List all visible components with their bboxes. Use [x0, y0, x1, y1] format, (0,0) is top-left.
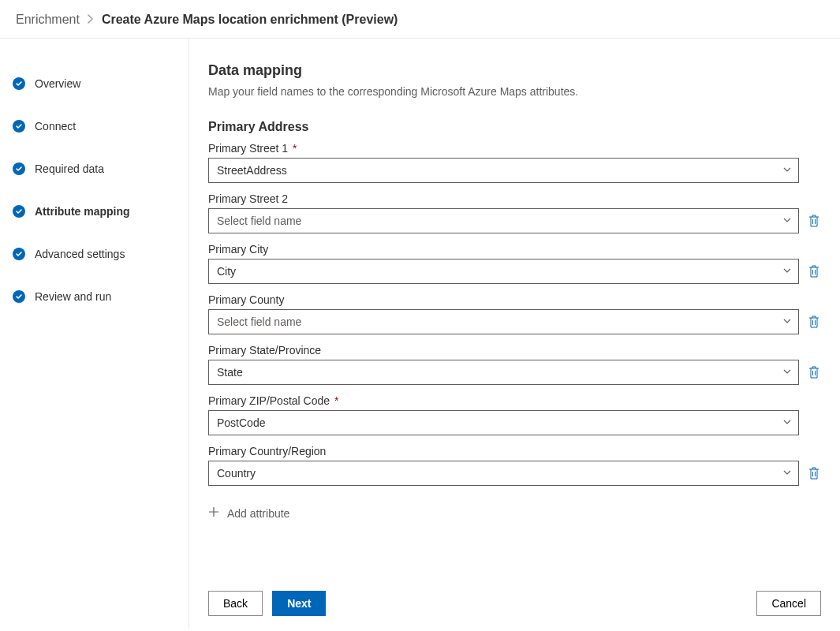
breadcrumb-current: Create Azure Maps location enrichment (P… [102, 13, 398, 27]
trash-icon [808, 316, 819, 328]
field-select[interactable]: PostCode [208, 410, 799, 435]
step-complete-icon [13, 120, 25, 133]
trash-icon [808, 366, 819, 379]
chevron-right-icon [88, 14, 94, 26]
field-select[interactable]: Select field name [208, 208, 799, 233]
field-row: Primary Country/RegionCountry [208, 445, 821, 486]
chevron-down-icon [782, 265, 792, 278]
step-complete-icon [13, 77, 25, 90]
chevron-down-icon [782, 416, 792, 429]
page-description: Map your field names to the correspondin… [208, 85, 821, 98]
step-complete-icon [13, 248, 25, 260]
main-content: Data mapping Map your field names to the… [189, 39, 840, 578]
field-label: Primary State/Province [208, 344, 821, 357]
field-select[interactable]: Country [208, 461, 799, 486]
field-row: Primary ZIP/Postal Code *PostCode [208, 394, 821, 435]
chevron-down-icon [782, 467, 792, 480]
field-select[interactable]: State [208, 360, 799, 385]
trash-icon [808, 265, 819, 278]
breadcrumb-parent[interactable]: Enrichment [16, 13, 80, 27]
wizard-step[interactable]: Review and run [0, 275, 189, 318]
cancel-button[interactable]: Cancel [756, 591, 821, 616]
field-row: Primary Street 1 *StreetAddress [208, 142, 821, 183]
field-row: Primary Street 2Select field name [208, 192, 821, 233]
plus-icon [208, 506, 219, 520]
breadcrumb: Enrichment Create Azure Maps location en… [0, 0, 840, 39]
trash-icon [808, 467, 819, 480]
chevron-down-icon [782, 164, 792, 177]
select-value: State [217, 366, 243, 379]
required-asterisk: * [289, 142, 297, 155]
wizard-steps-sidebar: OverviewConnectRequired dataAttribute ma… [0, 39, 189, 629]
step-label: Review and run [35, 290, 111, 303]
field-label: Primary City [208, 243, 821, 256]
field-select[interactable]: City [208, 259, 799, 284]
delete-field-button[interactable] [807, 365, 821, 379]
select-value: StreetAddress [217, 164, 287, 177]
wizard-step[interactable]: Required data [0, 147, 189, 190]
select-value: Select field name [217, 316, 301, 328]
field-label: Primary Country/Region [208, 445, 821, 457]
chevron-down-icon [782, 366, 792, 379]
chevron-down-icon [782, 316, 792, 328]
field-row: Primary State/ProvinceState [208, 344, 821, 385]
step-label: Overview [35, 77, 80, 90]
wizard-step[interactable]: Overview [0, 62, 189, 105]
step-label: Connect [35, 120, 76, 133]
required-asterisk: * [331, 394, 338, 407]
wizard-step[interactable]: Advanced settings [0, 233, 189, 275]
field-select[interactable]: Select field name [208, 309, 799, 334]
field-select[interactable]: StreetAddress [208, 158, 799, 183]
select-value: PostCode [217, 416, 265, 429]
back-button[interactable]: Back [208, 591, 263, 616]
step-complete-icon [13, 205, 25, 218]
select-value: Select field name [217, 215, 301, 227]
step-label: Attribute mapping [35, 205, 130, 218]
group-title: Primary Address [208, 120, 821, 134]
field-label: Primary ZIP/Postal Code * [208, 394, 821, 407]
delete-field-button[interactable] [807, 264, 821, 278]
add-attribute-label: Add attribute [227, 507, 289, 520]
wizard-step[interactable]: Connect [0, 105, 189, 147]
step-complete-icon [13, 162, 25, 175]
field-label: Primary Street 2 [208, 192, 821, 205]
delete-field-button[interactable] [807, 214, 821, 228]
select-value: City [217, 265, 236, 278]
chevron-down-icon [782, 215, 792, 227]
select-value: Country [217, 467, 256, 480]
page-title: Data mapping [208, 62, 821, 79]
delete-field-button[interactable] [807, 466, 821, 480]
step-complete-icon [13, 290, 25, 303]
field-label: Primary Street 1 * [208, 142, 821, 155]
step-label: Required data [35, 162, 104, 175]
wizard-footer: Back Next Cancel [189, 578, 840, 629]
delete-field-button[interactable] [807, 315, 821, 329]
wizard-step[interactable]: Attribute mapping [0, 190, 189, 233]
field-label: Primary County [208, 293, 821, 306]
field-row: Primary CountySelect field name [208, 293, 821, 334]
add-attribute-button[interactable]: Add attribute [208, 495, 821, 523]
step-label: Advanced settings [35, 248, 125, 260]
trash-icon [808, 215, 819, 227]
next-button[interactable]: Next [272, 591, 326, 616]
field-row: Primary CityCity [208, 243, 821, 284]
